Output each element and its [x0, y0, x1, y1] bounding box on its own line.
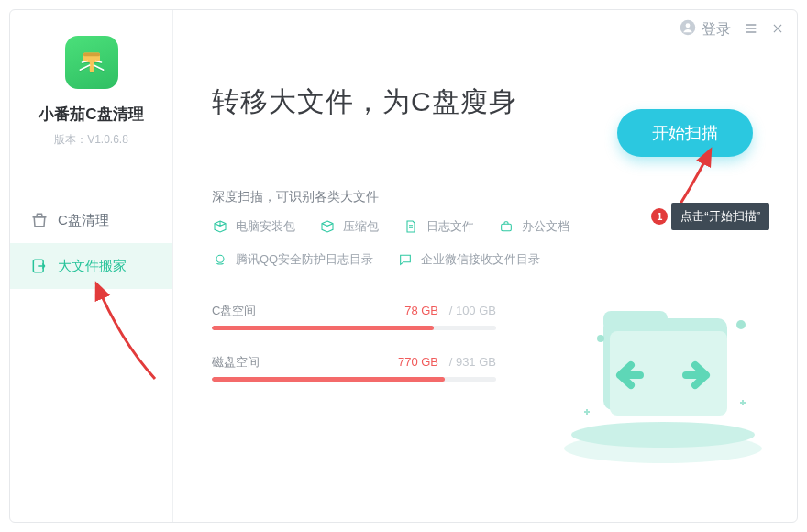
login-button[interactable]: 登录 [680, 19, 731, 39]
sidebar-item-label: C盘清理 [58, 212, 109, 229]
qq-icon [212, 251, 228, 268]
svg-rect-3 [83, 53, 100, 57]
app-name: 小番茄C盘清理 [39, 104, 143, 125]
file-move-icon [30, 257, 49, 275]
disk-label: C盘空间 [212, 303, 256, 319]
chat-icon [397, 251, 414, 268]
chip-label: 腾讯QQ安全防护日志目录 [236, 251, 373, 268]
app-window: 登录 小番茄C盘清理 版本：V1.0.6.8 C盘清理 [9, 9, 798, 523]
box-icon [319, 218, 336, 235]
sidebar-item-bigfile-move[interactable]: 大文件搬家 [10, 243, 172, 289]
progress-fill [212, 377, 445, 382]
sidebar: 小番茄C盘清理 版本：V1.0.6.8 C盘清理 大文件搬家 [10, 10, 173, 522]
disk-used: 770 GB [398, 355, 438, 369]
annotation-badge: 1 [651, 208, 668, 225]
chip-wechat: 企业微信接收文件目录 [397, 251, 540, 268]
svg-rect-4 [89, 61, 94, 72]
chip-label: 压缩包 [343, 218, 379, 235]
box-icon [212, 218, 228, 235]
file-icon [403, 218, 419, 235]
trash-icon [30, 211, 49, 229]
sidebar-item-cdrive-clean[interactable]: C盘清理 [10, 197, 172, 243]
nav: C盘清理 大文件搬家 [10, 197, 172, 289]
disk-used: 78 GB [404, 304, 438, 317]
app-logo [65, 36, 118, 89]
svg-rect-11 [603, 311, 668, 331]
menu-icon[interactable] [744, 21, 758, 39]
chip-label: 日志文件 [426, 218, 474, 235]
svg-point-14 [736, 320, 746, 329]
chip-qq: 腾讯QQ安全防护日志目录 [212, 251, 373, 268]
chip-office: 办公文档 [498, 218, 569, 235]
chip-label: 企业微信接收文件目录 [421, 251, 540, 268]
briefcase-icon [498, 218, 514, 235]
chip-label: 电脑安装包 [236, 218, 295, 235]
chip-log: 日志文件 [403, 218, 474, 235]
main-panel: 转移大文件，为C盘瘦身 开始扫描 深度扫描，可识别各类大文件 电脑安装包 压缩包… [173, 10, 797, 522]
progress-fill [212, 326, 434, 330]
file-type-list: 电脑安装包 压缩包 日志文件 办公文档 腾讯QQ安全防护日志目录 企业微信接收文… [212, 218, 579, 268]
disk-total: / 100 GB [449, 304, 496, 317]
start-scan-button[interactable]: 开始扫描 [617, 109, 753, 157]
login-label: 登录 [702, 20, 731, 39]
disk-total: / 931 GB [449, 355, 496, 369]
svg-point-1 [686, 23, 691, 28]
chip-label: 办公文档 [522, 218, 569, 235]
folder-illustration [553, 274, 773, 467]
chip-installer: 电脑安装包 [212, 218, 295, 235]
disk-label: 磁盘空间 [212, 354, 260, 371]
window-bar: 登录 [680, 19, 784, 39]
svg-point-13 [597, 335, 604, 342]
svg-point-9 [571, 422, 755, 448]
svg-rect-6 [502, 224, 512, 230]
disk-bar-c: C盘空间 78 GB / 100 GB [212, 303, 496, 330]
app-version: 版本：V1.0.6.8 [54, 132, 128, 148]
sidebar-item-label: 大文件搬家 [58, 258, 127, 275]
disk-bars: C盘空间 78 GB / 100 GB 磁盘空间 770 GB / 931 GB [212, 303, 496, 382]
svg-point-7 [216, 255, 224, 262]
progress-track [212, 326, 496, 330]
disk-bar-total: 磁盘空间 770 GB / 931 GB [212, 354, 496, 382]
annotation-callout: 1 点击“开始扫描” [651, 203, 769, 230]
chip-archive: 压缩包 [319, 218, 379, 235]
close-icon[interactable] [771, 22, 784, 38]
progress-track [212, 377, 496, 382]
user-icon [680, 19, 696, 39]
annotation-text: 点击“开始扫描” [671, 203, 769, 230]
